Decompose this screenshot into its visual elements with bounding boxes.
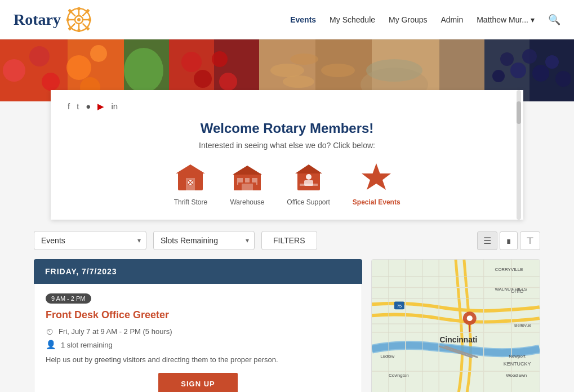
warehouse-icon [230,161,264,195]
linkedin-icon[interactable]: in [111,101,118,112]
thrift-store-action[interactable]: Thrift Store [173,161,207,206]
chevron-down-icon: ▾ [531,15,535,24]
svg-text:Ludlow: Ludlow [380,354,394,359]
svg-point-43 [283,75,314,88]
facebook-icon[interactable]: f [68,101,70,112]
special-events-icon [359,161,393,195]
warehouse-action[interactable]: Warehouse [230,161,264,206]
thrift-store-icon [173,161,207,195]
search-icon[interactable]: 🔍 [548,14,560,26]
map-svg: 75 Cincinnati OHIO KENTUCKY [372,260,540,392]
svg-text:Bellevue: Bellevue [514,323,532,328]
svg-point-47 [500,52,514,66]
welcome-title: Welcome Rotary Members! [68,121,506,136]
svg-point-30 [3,59,25,82]
warehouse-label: Warehouse [230,198,264,206]
twitter-icon[interactable]: t [77,101,79,112]
view-calendar-button[interactable]: ⊤ [520,231,540,250]
svg-rect-12 [77,29,80,32]
logo-text: Rotary [14,11,61,29]
office-support-action[interactable]: Office Support [287,161,330,206]
svg-text:Cincinnati: Cincinnati [439,335,477,344]
signup-button[interactable]: SIGN UP [158,373,237,392]
map-container[interactable]: 75 Cincinnati OHIO KENTUCKY [371,259,540,392]
nav-user-menu[interactable]: Matthew Mur... ▾ [477,15,535,24]
youtube-icon[interactable]: ▶ [97,101,104,112]
filters-button[interactable]: FILTERS [261,231,317,250]
welcome-subtitle: Interested in seeing what else we do? Cl… [68,141,506,150]
svg-point-34 [90,45,107,62]
svg-text:75: 75 [397,304,402,309]
logo-area: Rotary [14,7,91,32]
special-events-action[interactable]: Special Events [353,161,401,206]
svg-rect-13 [66,18,69,21]
special-events-label: Special Events [353,198,401,206]
slots-filter[interactable]: Slots Remaining [153,231,255,250]
svg-point-50 [522,49,537,64]
view-list-button[interactable]: ☰ [477,231,497,250]
svg-point-99 [467,315,473,321]
svg-rect-11 [77,7,80,10]
svg-point-32 [42,73,60,91]
event-list: FRIDAY, 7/7/2023 9 AM - 2 PM Front Desk … [34,259,362,392]
event-card: 9 AM - 2 PM Front Desk Office Greeter ⏲ … [34,284,362,392]
view-grid-button[interactable]: ∎ [500,231,518,250]
svg-point-69 [306,174,312,180]
welcome-card: f t ● ▶ in Welcome Rotary Members! Inter… [51,90,523,220]
svg-rect-71 [300,184,318,186]
svg-point-53 [555,71,571,87]
svg-text:Woodlawn: Woodlawn [506,373,527,378]
svg-marker-61 [233,166,262,175]
svg-point-48 [510,63,526,78]
events-filter[interactable]: Events [34,231,146,250]
svg-text:WALNUT HILLS: WALNUT HILLS [495,287,527,292]
nav-admin[interactable]: Admin [441,15,464,24]
nav-my-schedule[interactable]: My Schedule [330,15,375,24]
svg-point-31 [29,46,50,66]
svg-text:Covington: Covington [389,373,409,378]
social-icons: f t ● ▶ in [68,101,506,112]
event-slots-detail: 👤 1 slot remaining [46,340,350,350]
time-badge: 9 AM - 2 PM [46,293,91,304]
svg-rect-14 [88,18,91,21]
filters-row: Events Slots Remaining FILTERS ☰ ∎ ⊤ [0,220,574,259]
svg-point-38 [194,70,212,88]
svg-marker-55 [176,164,205,173]
svg-marker-72 [362,163,391,190]
svg-point-42 [290,54,318,65]
event-title[interactable]: Front Desk Office Greeter [46,309,350,321]
event-slots-text: 1 slot remaining [61,341,113,349]
slots-filter-wrap: Slots Remaining [153,231,255,250]
svg-point-41 [270,64,304,77]
nav-events[interactable]: Events [290,15,316,24]
main-content: FRIDAY, 7/7/2023 9 AM - 2 PM Front Desk … [0,259,574,392]
svg-point-44 [321,64,355,77]
view-toggle: ☰ ∎ ⊤ [477,231,540,250]
svg-point-39 [212,51,228,67]
instagram-icon[interactable]: ● [86,101,91,112]
svg-point-51 [532,65,549,82]
svg-point-37 [181,52,202,72]
svg-point-2 [77,18,81,21]
clock-icon: ⏲ [46,327,54,336]
scrollbar-thumb [517,101,521,124]
nav-my-groups[interactable]: My Groups [389,15,427,24]
office-support-label: Office Support [287,198,330,206]
event-description: Help us out by greeting visitors and dir… [46,355,350,364]
svg-text:KENTUCKY: KENTUCKY [504,361,531,367]
event-datetime-text: Fri, July 7 at 9 AM - 2 PM (5 hours) [59,327,172,336]
person-icon: 👤 [46,340,56,350]
svg-point-40 [219,73,237,91]
svg-point-33 [66,55,91,80]
header: Rotary [0,0,574,39]
svg-point-49 [492,70,505,82]
svg-rect-66 [242,184,253,190]
event-datetime-detail: ⏲ Fri, July 7 at 9 AM - 2 PM (5 hours) [46,327,350,336]
svg-text:CORRYVILLE: CORRYVILLE [495,267,523,272]
date-header: FRIDAY, 7/7/2023 [34,259,362,284]
scrollbar[interactable] [517,90,521,220]
action-icons-row: Thrift Store Warehouse [68,161,506,206]
svg-point-36 [124,48,163,93]
nav-user-name: Matthew Mur... [477,15,528,24]
svg-point-46 [366,59,422,82]
